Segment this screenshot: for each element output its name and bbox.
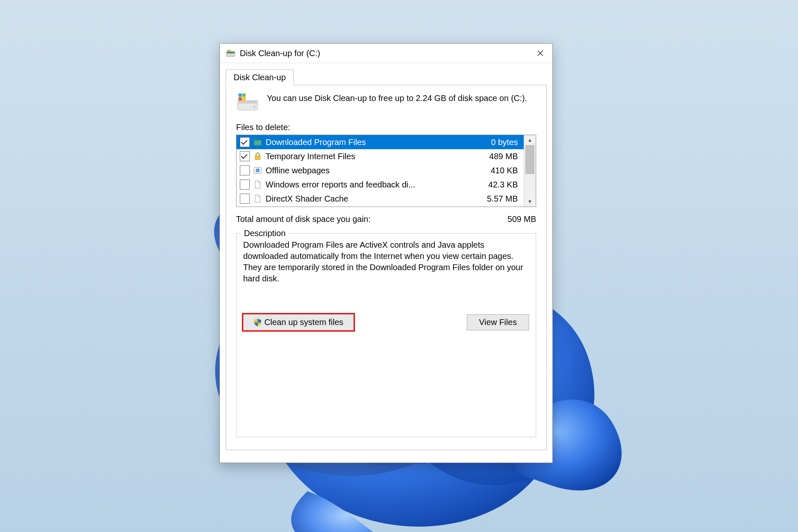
- row-icon: [253, 138, 262, 147]
- row-name: DirectX Shader Cache: [266, 194, 476, 204]
- svg-rect-11: [254, 139, 257, 141]
- svg-rect-8: [239, 97, 242, 101]
- cleanup-system-files-button[interactable]: Clean up system files: [243, 314, 354, 330]
- row-checkbox[interactable]: [240, 180, 250, 190]
- svg-rect-12: [255, 156, 260, 160]
- scrollbar[interactable]: ▲ ▼: [524, 135, 536, 207]
- total-value: 509 MB: [507, 214, 536, 224]
- file-row[interactable]: Offline webpages410 KB: [236, 163, 524, 177]
- uac-shield-icon: [254, 318, 262, 327]
- scroll-track[interactable]: [524, 145, 536, 197]
- close-button[interactable]: [531, 46, 550, 61]
- disk-cleanup-app-icon: [226, 48, 236, 58]
- description-title: Description: [241, 229, 288, 238]
- desktop-wallpaper: Disk Clean-up for (C:) Disk Clean-up: [0, 0, 798, 532]
- row-name: Temporary Internet Files: [266, 152, 476, 161]
- intro-row: You can use Disk Clean-up to free up to …: [236, 93, 536, 113]
- svg-rect-9: [242, 97, 246, 101]
- close-icon: [537, 50, 544, 57]
- svg-rect-6: [239, 94, 242, 97]
- scroll-up-button[interactable]: ▲: [524, 135, 536, 145]
- description-groupbox: Description Downloaded Program Files are…: [236, 233, 536, 437]
- file-row[interactable]: Windows error reports and feedback di...…: [236, 177, 524, 192]
- row-checkbox[interactable]: [240, 137, 250, 147]
- view-files-button[interactable]: View Files: [467, 314, 529, 330]
- row-checkbox[interactable]: [240, 151, 250, 161]
- row-icon: [253, 152, 262, 161]
- row-name: Windows error reports and feedback di...: [266, 180, 476, 190]
- file-row[interactable]: DirectX Shader Cache5.57 MB: [236, 192, 524, 206]
- row-icon: [253, 180, 262, 189]
- file-row[interactable]: Temporary Internet Files489 MB: [236, 149, 524, 163]
- svg-rect-0: [227, 53, 235, 57]
- tab-panel: You can use Disk Clean-up to free up to …: [226, 85, 547, 450]
- scroll-down-button[interactable]: ▼: [524, 197, 536, 207]
- svg-rect-1: [227, 52, 235, 53]
- description-text: Downloaded Program Files are ActiveX con…: [243, 239, 529, 284]
- disk-cleanup-dialog: Disk Clean-up for (C:) Disk Clean-up: [219, 43, 553, 463]
- row-checkbox[interactable]: [240, 165, 250, 175]
- titlebar[interactable]: Disk Clean-up for (C:): [220, 44, 552, 63]
- intro-text: You can use Disk Clean-up to free up to …: [267, 93, 527, 113]
- drive-icon: [236, 93, 259, 113]
- row-checkbox[interactable]: [240, 194, 250, 204]
- files-to-delete-label: Files to delete:: [236, 123, 536, 132]
- svg-rect-7: [242, 94, 246, 97]
- file-row[interactable]: Downloaded Program Files0 bytes: [236, 135, 524, 149]
- total-row: Total amount of disk space you gain: 509…: [236, 214, 536, 224]
- cleanup-system-files-label: Clean up system files: [264, 318, 343, 327]
- svg-point-5: [254, 106, 255, 108]
- svg-rect-2: [227, 50, 231, 51]
- tab-disk-cleanup[interactable]: Disk Clean-up: [226, 69, 294, 85]
- row-size: 410 KB: [476, 166, 518, 175]
- row-name: Downloaded Program Files: [266, 138, 476, 147]
- row-name: Offline webpages: [266, 166, 476, 175]
- tab-strip: Disk Clean-up: [226, 69, 547, 85]
- view-files-label: View Files: [479, 318, 517, 327]
- scroll-thumb[interactable]: [525, 145, 534, 174]
- row-icon: [253, 194, 262, 203]
- svg-rect-4: [238, 100, 258, 103]
- total-label: Total amount of disk space you gain:: [236, 214, 507, 224]
- window-title: Disk Clean-up for (C:): [240, 49, 531, 58]
- dialog-client-area: Disk Clean-up You: [220, 63, 552, 463]
- files-listbox[interactable]: Downloaded Program Files0 bytesTemporary…: [236, 135, 536, 207]
- row-size: 0 bytes: [476, 138, 518, 147]
- row-size: 42.3 KB: [476, 180, 518, 190]
- row-size: 5.57 MB: [476, 194, 518, 204]
- row-icon: [253, 166, 262, 175]
- row-size: 489 MB: [476, 152, 518, 161]
